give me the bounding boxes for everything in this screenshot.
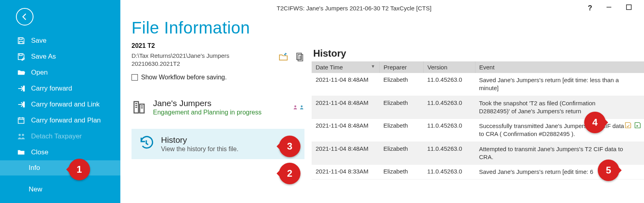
close-folder-icon — [17, 148, 26, 157]
sidebar-item-label: Save — [31, 37, 47, 45]
client-name: Jane's Jumpers — [153, 99, 261, 108]
maximize-button[interactable] — [626, 4, 632, 12]
col-version[interactable]: Version — [423, 61, 475, 73]
table-row[interactable]: 2021-11-04 8:33AM Elizabeth 11.0.45263.0… — [312, 165, 644, 179]
window-title: T2CIFWS: Jane's Jumpers 2021-06-30 T2 Ta… — [120, 5, 588, 12]
sidebar-item-open[interactable]: Open — [0, 65, 120, 81]
sidebar-item-label: Carry forward and Link — [31, 101, 100, 108]
people-icon[interactable] — [293, 104, 304, 110]
svg-rect-4 — [23, 102, 25, 108]
back-button[interactable] — [16, 8, 33, 26]
carry-forward-icon — [17, 84, 26, 93]
history-card-desc: View the history for this file. — [161, 146, 238, 153]
sidebar-item-carry-forward-link[interactable]: Carry forward and Link — [0, 97, 120, 112]
callout-4: 4 — [584, 112, 606, 133]
sidebar-item-info[interactable]: Info — [0, 160, 120, 175]
carry-forward-plan-icon — [17, 116, 26, 125]
table-row[interactable]: 2021-11-04 8:48AM Elizabeth 11.0.45263.0… — [312, 73, 644, 96]
titlebar: T2CIFWS: Jane's Jumpers 2021-06-30 T2 Ta… — [120, 0, 644, 16]
svg-point-7 — [22, 134, 24, 136]
sidebar-item-label: Close — [31, 148, 48, 156]
svg-point-14 — [295, 105, 296, 107]
history-panel: History Date Time▼ Preparer Version Even… — [312, 16, 644, 203]
sidebar-item-label: New — [29, 185, 42, 193]
file-path: D:\Tax Returns\2021\Jane's Jumpers 20210… — [132, 52, 251, 68]
carry-forward-link-icon — [17, 100, 26, 109]
col-datetime[interactable]: Date Time▼ — [312, 61, 379, 73]
table-row[interactable]: 2021-11-04 8:48AM Elizabeth 11.0.45263.0… — [312, 142, 644, 165]
checkbox-label: Show Workflow before saving. — [141, 74, 227, 81]
sidebar-item-carry-forward-plan[interactable]: Carry forward and Plan — [0, 112, 120, 128]
svg-point-6 — [19, 134, 21, 136]
sidebar-item-save-as[interactable]: Save As — [0, 49, 120, 65]
sidebar-item-label: Detach Taxpayer — [31, 132, 82, 140]
main-area: T2CIFWS: Jane's Jumpers 2021-06-30 T2 Ta… — [120, 0, 644, 203]
help-button[interactable]: ? — [588, 4, 592, 12]
checkbox-icon — [132, 74, 138, 81]
sidebar-item-new[interactable]: New — [0, 182, 120, 197]
client-status: Engagement and Planning in progress — [153, 109, 261, 116]
svg-point-15 — [301, 105, 303, 107]
sidebar-item-save[interactable]: Save — [0, 33, 120, 49]
col-event[interactable]: Event — [475, 61, 644, 73]
svg-rect-3 — [23, 86, 25, 92]
callout-3: 3 — [279, 136, 300, 157]
folder-open-icon — [17, 68, 26, 77]
callout-5: 5 — [598, 160, 619, 181]
sidebar-item-close[interactable]: Close — [0, 144, 120, 160]
history-icon — [139, 135, 154, 150]
callout-2: 2 — [279, 163, 300, 184]
sidebar-item-label: Save As — [31, 53, 56, 61]
copy-path-button[interactable] — [294, 52, 304, 63]
save-icon — [17, 36, 26, 45]
sidebar-item-carry-forward[interactable]: Carry forward — [0, 81, 120, 97]
sidebar-item-label: Carry forward — [31, 85, 72, 93]
svg-rect-2 — [19, 54, 22, 56]
svg-rect-5 — [18, 118, 24, 124]
minimize-button[interactable] — [606, 4, 612, 12]
open-folder-button[interactable] — [278, 52, 289, 63]
show-workflow-checkbox[interactable]: Show Workflow before saving. — [132, 74, 304, 81]
history-title: History — [313, 48, 644, 59]
sidebar-item-detach-taxpayer: Detach Taxpayer — [0, 128, 120, 144]
detach-icon — [17, 132, 26, 141]
svg-rect-1 — [19, 41, 23, 44]
svg-rect-9 — [626, 5, 631, 10]
view-transmission-button[interactable] — [624, 121, 632, 131]
svg-rect-0 — [19, 38, 22, 40]
col-preparer[interactable]: Preparer — [379, 61, 423, 73]
sidebar-item-label: Open — [31, 69, 48, 77]
building-icon — [132, 100, 147, 115]
reload-transmission-button[interactable] — [634, 121, 642, 131]
sidebar-item-label: Carry forward and Plan — [31, 116, 101, 124]
client-row[interactable]: Jane's Jumpers Engagement and Planning i… — [132, 99, 304, 116]
sidebar: Save Save As Open Carry forward Carry fo… — [0, 0, 120, 203]
sort-indicator-icon: ▼ — [371, 64, 375, 69]
svg-rect-13 — [140, 104, 144, 113]
callout-1: 1 — [69, 159, 90, 180]
file-year-type: 2021 T2 — [132, 42, 304, 49]
save-as-icon — [17, 52, 26, 61]
sidebar-item-label: Info — [29, 164, 40, 172]
history-card-title: History — [161, 135, 238, 145]
page-title: File Information — [132, 18, 304, 37]
